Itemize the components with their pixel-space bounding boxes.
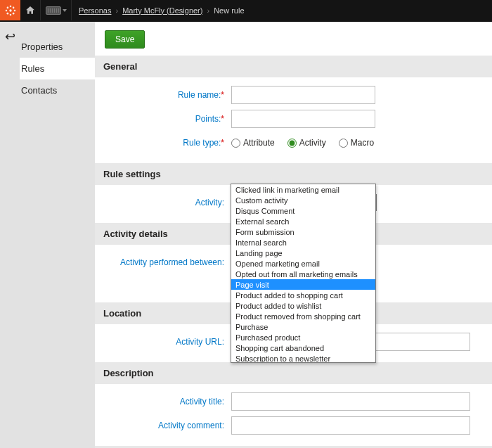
activity-option[interactable]: Purchase — [231, 321, 375, 332]
activity-option[interactable]: External search — [231, 216, 375, 226]
activity-option[interactable]: Disqus Comment — [231, 205, 375, 216]
activity-option[interactable]: Landing page — [231, 248, 375, 258]
points-input[interactable] — [231, 110, 375, 128]
activity-option[interactable]: Custom activity — [231, 195, 375, 205]
site-switcher[interactable] — [41, 0, 72, 20]
breadcrumb-persona[interactable]: Marty McFly (Designer) — [122, 6, 202, 15]
svg-point-8 — [12, 12, 14, 14]
nav-properties[interactable]: Properties — [20, 36, 95, 58]
back-button[interactable]: ↩ — [0, 29, 20, 44]
brand-logo[interactable] — [0, 0, 20, 20]
svg-point-7 — [6, 12, 8, 14]
breadcrumb-current: New rule — [214, 6, 244, 15]
activity-title-label: Activity title: — [105, 397, 231, 407]
rule-type-attribute-label: Attribute — [243, 138, 275, 148]
activity-label: Activity: — [105, 198, 231, 207]
activity-option[interactable]: Opened marketing email — [231, 258, 375, 269]
chevron-right-icon: › — [207, 6, 209, 15]
topbar: Personas › Marty McFly (Designer) › New … — [0, 0, 492, 20]
activity-comment-label: Activity comment: — [105, 421, 231, 430]
chevron-right-icon: › — [115, 6, 118, 15]
activity-option[interactable]: Product added to shopping cart — [231, 290, 375, 300]
activity-option[interactable]: Subscription to a newsletter — [231, 353, 375, 363]
nav-contacts[interactable]: Contacts — [20, 79, 95, 101]
activity-option[interactable]: Product removed from shopping cart — [231, 311, 375, 321]
home-button[interactable] — [20, 0, 41, 20]
section-rule-settings: Rule settings — [95, 163, 492, 185]
save-button[interactable]: Save — [105, 30, 145, 49]
nav-rules[interactable]: Rules — [20, 58, 95, 79]
points-label: Points: — [195, 114, 221, 124]
activity-option[interactable]: Internal search — [231, 237, 375, 248]
activity-url-label: Activity URL: — [105, 337, 231, 347]
svg-point-0 — [9, 9, 11, 11]
section-general: General — [95, 56, 492, 77]
rule-type-label: Rule type: — [183, 138, 221, 148]
activity-option[interactable]: Opted out from all marketing emails — [231, 269, 375, 279]
chevron-down-icon — [63, 9, 67, 12]
section-description: Description — [95, 362, 492, 384]
rule-type-macro-label: Macro — [351, 138, 374, 148]
activity-dropdown[interactable]: Clicked link in marketing emailCustom ac… — [231, 184, 376, 363]
rule-type-activity-label: Activity — [299, 138, 326, 148]
svg-point-6 — [12, 6, 14, 8]
activity-option[interactable]: Clicked link in marketing email — [231, 184, 375, 195]
left-nav: Properties Rules Contacts — [20, 22, 95, 448]
activity-option[interactable]: Shopping cart abandoned — [231, 343, 375, 353]
rule-type-radios: Attribute Activity Macro — [231, 138, 374, 148]
rule-type-attribute[interactable]: Attribute — [231, 138, 275, 148]
activity-comment-input[interactable] — [231, 416, 470, 435]
svg-point-1 — [9, 5, 11, 7]
activity-between-label: Activity performed between: — [105, 257, 231, 267]
left-gutter: ↩ — [0, 22, 20, 448]
activity-option[interactable]: Product added to wishlist — [231, 300, 375, 311]
activity-option[interactable]: Form submission — [231, 226, 375, 237]
rule-type-macro[interactable]: Macro — [339, 138, 374, 148]
svg-point-2 — [9, 13, 11, 15]
rule-name-label: Rule name: — [178, 90, 221, 100]
svg-point-3 — [5, 9, 7, 11]
breadcrumb-personas[interactable]: Personas — [79, 6, 111, 15]
activity-option[interactable]: Purchased product — [231, 332, 375, 343]
activity-title-input[interactable] — [231, 392, 470, 411]
activity-option[interactable]: Page visit — [231, 279, 375, 290]
rule-name-input[interactable] — [231, 86, 375, 104]
breadcrumb: Personas › Marty McFly (Designer) › New … — [72, 0, 245, 20]
svg-point-5 — [6, 6, 8, 8]
svg-point-4 — [13, 9, 15, 11]
rule-type-activity[interactable]: Activity — [287, 138, 326, 148]
main-content: Save General Rule name:* Points:* Rule t… — [95, 22, 492, 448]
